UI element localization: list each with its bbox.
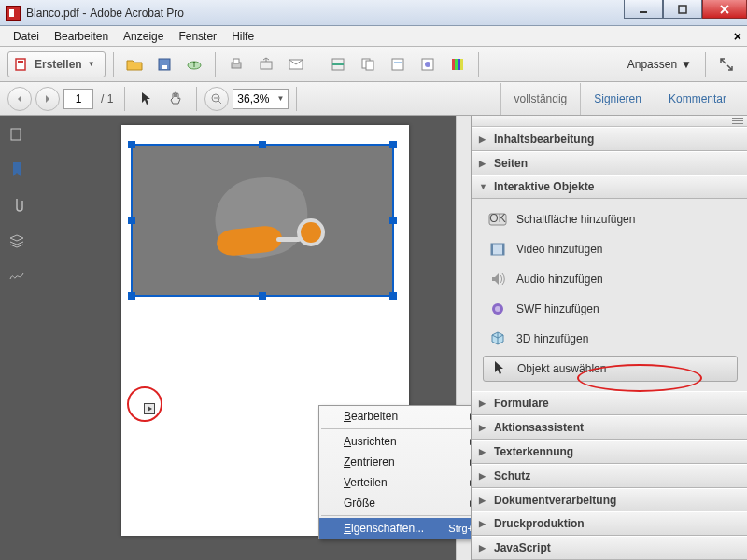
thumbnails-icon[interactable] (7, 125, 26, 144)
collapse-icon: ▶ (479, 159, 486, 168)
resize-handle[interactable] (128, 217, 135, 224)
maximize-button[interactable] (663, 0, 702, 19)
tool-add-button[interactable]: OKSchaltfläche hinzufügen (483, 206, 738, 232)
panel-menu-icon[interactable] (732, 117, 743, 124)
menu-anzeige[interactable]: Anzeige (116, 28, 171, 45)
customize-button[interactable]: Anpassen ▼ (622, 58, 698, 71)
left-nav-rail (0, 116, 34, 560)
scan-button[interactable] (325, 51, 351, 77)
resize-handle[interactable] (389, 141, 397, 148)
resize-handle[interactable] (128, 141, 135, 148)
svg-rect-14 (392, 59, 403, 70)
svg-rect-9 (261, 62, 272, 69)
section-interaktive-objekte[interactable]: ▼Interaktive Objekte (472, 175, 747, 200)
print-button[interactable] (223, 51, 249, 77)
section-dokumentverarbeitung[interactable]: ▶Dokumentverarbeitung (472, 488, 747, 512)
bookmark-icon[interactable] (7, 161, 26, 179)
color-button[interactable] (444, 51, 471, 77)
menubar-close-icon[interactable]: × (734, 29, 741, 44)
submenu-arrow-icon: ▶ (470, 498, 471, 508)
section-formulare[interactable]: ▶Formulare (472, 391, 747, 415)
next-page-button[interactable] (35, 87, 60, 111)
svg-rect-0 (640, 11, 647, 13)
tool-add-video[interactable]: Video hinzufügen (483, 236, 738, 262)
minimize-button[interactable] (624, 0, 663, 19)
resize-handle[interactable] (389, 292, 397, 300)
tools-panel: ▶Inhaltsbearbeitung ▶Seiten ▼Interaktive… (471, 116, 747, 560)
ctx-ausrichten[interactable]: Ausrichten▶ (319, 431, 471, 452)
audio-icon (488, 271, 507, 287)
menu-bar: Datei Bearbeiten Anzeige Fenster Hilfe × (0, 26, 747, 47)
menu-fenster[interactable]: Fenster (171, 28, 224, 45)
zoom-level-input[interactable]: 36,3% ▼ (233, 89, 289, 109)
video-icon (488, 241, 507, 258)
cloud-button[interactable] (181, 51, 207, 77)
document-canvas[interactable]: Bearbeiten▶ Ausrichten▶ Zentrieren▶ Vert… (34, 116, 471, 560)
open-button[interactable] (121, 51, 148, 77)
create-button[interactable]: Erstellen ▼ (7, 51, 106, 77)
play-icon[interactable] (144, 403, 155, 414)
tool-add-3d[interactable]: 3D hinzufügen (483, 326, 738, 352)
fullscreen-button[interactable] (713, 51, 740, 77)
chevron-down-icon: ▼ (681, 58, 692, 71)
resize-handle[interactable] (259, 141, 266, 148)
graphic-shape (297, 218, 325, 246)
hand-tool[interactable] (162, 86, 189, 112)
section-aktionsassistent[interactable]: ▶Aktionsassistent (472, 415, 747, 440)
tool-add-audio[interactable]: Audio hinzufügen (483, 266, 738, 292)
resize-handle[interactable] (128, 292, 135, 300)
app-icon (6, 6, 21, 21)
customize-label: Anpassen (627, 58, 677, 71)
cursor-icon (489, 360, 508, 377)
shortcut-label: Strg+I (448, 523, 471, 534)
signatures-icon[interactable] (7, 267, 26, 286)
link-signieren[interactable]: Signieren (580, 83, 655, 115)
ctx-eigenschaften[interactable]: Eigenschaften...Strg+I (319, 518, 471, 539)
svg-rect-3 (18, 61, 23, 63)
navigation-toolbar: 1 / 1 36,3% ▼ vollständig Signieren Komm… (0, 82, 747, 116)
svg-rect-13 (366, 61, 374, 70)
prev-page-button[interactable] (7, 87, 32, 111)
svg-point-33 (495, 306, 500, 312)
zoom-out-button[interactable] (204, 87, 229, 111)
ctx-groesse[interactable]: Größe▶ (319, 493, 471, 513)
menu-datei[interactable]: Datei (6, 28, 47, 45)
swf-icon (488, 301, 507, 317)
layers-icon[interactable] (7, 231, 26, 250)
save-button[interactable] (151, 51, 177, 77)
expand-icon: ▼ (479, 182, 486, 191)
resize-handle[interactable] (259, 292, 266, 300)
ctx-zentrieren[interactable]: Zentrieren▶ (319, 452, 471, 472)
section-inhaltsbearbeitung[interactable]: ▶Inhaltsbearbeitung (472, 127, 747, 151)
ctx-bearbeiten[interactable]: Bearbeiten▶ (319, 406, 471, 427)
section-texterkennung[interactable]: ▶Texterkennung (472, 440, 747, 464)
link-kommentar[interactable]: Kommentar (655, 83, 740, 115)
attachment-icon[interactable] (7, 196, 26, 215)
svg-rect-21 (460, 59, 463, 70)
section-schutz[interactable]: ▶Schutz (472, 464, 747, 488)
menu-bearbeiten[interactable]: Bearbeiten (47, 28, 116, 45)
page-number-input[interactable]: 1 (63, 89, 93, 109)
select-tool[interactable] (133, 86, 159, 112)
section-javascript[interactable]: ▶JavaScript (472, 536, 747, 560)
tool-select-object[interactable]: Objekt auswählen (483, 356, 738, 382)
page-count: / 1 (101, 92, 113, 105)
tool-add-swf[interactable]: SWF hinzufügen (483, 296, 738, 322)
zoom-value: 36,3% (237, 92, 269, 105)
selected-multimedia-object[interactable] (131, 144, 394, 297)
collapse-icon: ▶ (479, 543, 486, 553)
link-vollstaendig[interactable]: vollständig (500, 83, 581, 115)
section-druckproduktion[interactable]: ▶Druckproduktion (472, 511, 747, 536)
ctx-verteilen[interactable]: Verteilen▶ (319, 472, 471, 493)
resize-handle[interactable] (389, 217, 397, 224)
close-button[interactable] (702, 0, 747, 19)
email-button[interactable] (283, 51, 309, 77)
form-button[interactable] (385, 51, 411, 77)
multimedia-button[interactable] (415, 51, 441, 77)
svg-rect-5 (162, 65, 167, 69)
svg-rect-19 (455, 59, 458, 70)
convert-button[interactable] (355, 51, 381, 77)
menu-hilfe[interactable]: Hilfe (224, 28, 261, 45)
share-button[interactable] (253, 51, 279, 77)
section-seiten[interactable]: ▶Seiten (472, 151, 747, 175)
